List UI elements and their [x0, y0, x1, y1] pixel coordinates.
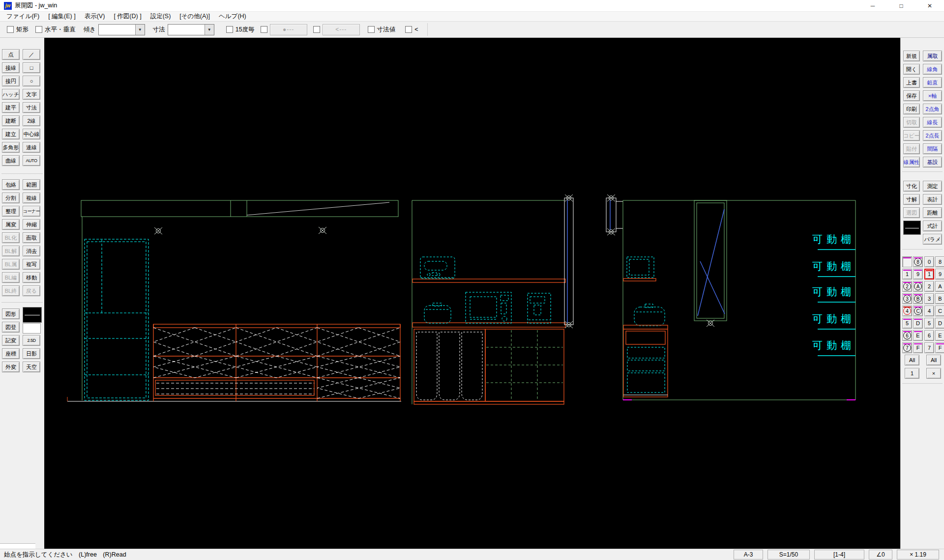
- group-one-button[interactable]: 1: [905, 368, 919, 379]
- tool-button[interactable]: 曲線: [2, 155, 20, 166]
- tool-button[interactable]: 上書: [903, 77, 920, 88]
- layer-group-button[interactable]: [902, 256, 912, 267]
- layer-button[interactable]: 3: [924, 293, 934, 304]
- tool-button[interactable]: 2点角: [923, 104, 942, 114]
- layer-group-button[interactable]: F: [913, 342, 923, 353]
- tool-button[interactable]: 新規: [903, 51, 920, 61]
- rect-checkbox[interactable]: [7, 26, 14, 33]
- tool-button[interactable]: 記変: [2, 335, 20, 346]
- tool-button[interactable]: 式計: [923, 221, 942, 231]
- tool-button[interactable]: 面取: [23, 232, 40, 243]
- tool-button[interactable]: 距離: [923, 207, 942, 218]
- tool-button[interactable]: 2.5D: [23, 335, 40, 346]
- layer-button[interactable]: 4: [924, 306, 934, 316]
- zoom-button[interactable]: × 1.19: [897, 550, 939, 560]
- menu-item[interactable]: ファイル(F): [2, 11, 44, 22]
- close-button[interactable]: ✕: [915, 0, 944, 11]
- tool-button[interactable]: 建断: [2, 115, 20, 126]
- tool-button[interactable]: コーナー: [23, 206, 40, 217]
- tool-button[interactable]: 日影: [23, 348, 40, 359]
- layer-x-button[interactable]: ×: [926, 368, 941, 379]
- layer-button[interactable]: 1: [924, 269, 934, 280]
- tool-button[interactable]: 貼付: [903, 143, 920, 154]
- layer-button[interactable]: 8: [935, 256, 944, 267]
- arrow-line-checkbox[interactable]: [313, 26, 320, 33]
- tool-button[interactable]: 文字: [23, 89, 40, 100]
- layer-group-button[interactable]: C: [913, 306, 923, 316]
- layer-group-button[interactable]: E: [913, 330, 923, 341]
- tool-button[interactable]: 包絡: [2, 179, 20, 190]
- tool-button[interactable]: 天空: [23, 362, 40, 372]
- tool-button[interactable]: 属取: [923, 51, 942, 61]
- layer-button[interactable]: F: [935, 342, 944, 353]
- dot-line-button[interactable]: ●---: [270, 24, 307, 35]
- layer-button[interactable]: C: [935, 306, 944, 316]
- tool-button[interactable]: 建立: [2, 129, 20, 140]
- menu-item[interactable]: [その他(A)]: [175, 11, 214, 22]
- arrow-line-button[interactable]: <---: [323, 24, 360, 35]
- tool-button[interactable]: ハッチ: [2, 89, 20, 100]
- tool-button[interactable]: BL終: [2, 285, 20, 296]
- tool-button[interactable]: BL化: [2, 232, 20, 243]
- tool-button[interactable]: 多角形: [2, 142, 20, 153]
- tool-button[interactable]: 伸縮: [23, 219, 40, 230]
- tool-button[interactable]: 複写: [23, 259, 40, 270]
- menu-item[interactable]: ヘルプ(H): [214, 11, 251, 22]
- tool-button[interactable]: 線角: [923, 64, 942, 75]
- tool-button[interactable]: 2線: [23, 115, 40, 126]
- tool-button[interactable]: 鉛直: [923, 77, 942, 88]
- layer-group-button[interactable]: A: [913, 281, 923, 292]
- tool-button[interactable]: 切取: [903, 117, 920, 128]
- tool-button[interactable]: AUTO: [23, 155, 40, 166]
- tool-button[interactable]: コピー: [903, 130, 920, 141]
- layer-group-button[interactable]: 3: [902, 293, 912, 304]
- deg15-checkbox[interactable]: [226, 26, 233, 33]
- layer-group-button[interactable]: 5: [902, 318, 912, 329]
- tool-button[interactable]: 建平: [2, 102, 20, 113]
- layer-range-button[interactable]: [1-4]: [814, 550, 864, 560]
- tool-button[interactable]: 表計: [923, 194, 942, 205]
- tool-button[interactable]: 線長: [923, 117, 942, 128]
- dimension-value-checkbox[interactable]: [368, 26, 375, 33]
- tool-button[interactable]: ／: [23, 49, 40, 60]
- tool-button[interactable]: 移動: [23, 272, 40, 283]
- tool-button[interactable]: 保存: [903, 90, 920, 101]
- tool-button[interactable]: 2点長: [923, 130, 942, 141]
- tool-button[interactable]: ○: [23, 76, 40, 86]
- tool-button[interactable]: 選図: [903, 207, 920, 218]
- tool-button[interactable]: 点: [2, 49, 20, 60]
- layer-group-button[interactable]: B: [913, 293, 923, 304]
- chevron-down-icon[interactable]: ▼: [135, 25, 145, 35]
- layer-group-button[interactable]: 1: [902, 269, 912, 280]
- layer-button[interactable]: 7: [924, 342, 934, 353]
- layer-group-button[interactable]: 7: [902, 342, 912, 353]
- layer-button[interactable]: E: [935, 330, 944, 341]
- dimension-combobox-value[interactable]: [168, 25, 205, 35]
- tool-button[interactable]: 間隔: [923, 143, 942, 154]
- dimension-combobox[interactable]: ▼: [168, 24, 214, 35]
- menu-item[interactable]: 表示(V): [80, 11, 110, 22]
- tool-button[interactable]: 寸化: [903, 181, 920, 192]
- tool-button[interactable]: 座標: [2, 348, 20, 359]
- tool-button[interactable]: 整理: [2, 206, 20, 217]
- tool-button[interactable]: BL属: [2, 259, 20, 270]
- dot-line-checkbox[interactable]: [261, 26, 267, 33]
- all-layer-button[interactable]: All: [926, 355, 941, 365]
- scale-button[interactable]: S=1/50: [767, 550, 810, 560]
- tool-button[interactable]: 開く: [903, 64, 920, 75]
- tool-button[interactable]: 消去: [23, 246, 40, 256]
- tool-button[interactable]: 連線: [23, 142, 40, 153]
- tool-button[interactable]: 寸法: [23, 102, 40, 113]
- layer-group-button[interactable]: 2: [902, 281, 912, 292]
- layer-group-button[interactable]: 8: [913, 256, 923, 267]
- drawing-canvas[interactable]: 可動棚 可動棚 可動棚 可動棚 可動棚: [44, 38, 900, 549]
- chevron-down-icon[interactable]: ▼: [205, 25, 214, 35]
- tool-button[interactable]: 接円: [2, 76, 20, 86]
- tool-button[interactable]: 基設: [923, 157, 942, 168]
- tool-button[interactable]: 中心線: [23, 129, 40, 140]
- tool-button[interactable]: 図登: [2, 322, 20, 333]
- tool-button[interactable]: □: [23, 62, 40, 73]
- menu-item[interactable]: [ 作図(D) ]: [109, 11, 146, 22]
- tool-button[interactable]: 外変: [2, 362, 20, 372]
- layer-button[interactable]: 2: [924, 281, 934, 292]
